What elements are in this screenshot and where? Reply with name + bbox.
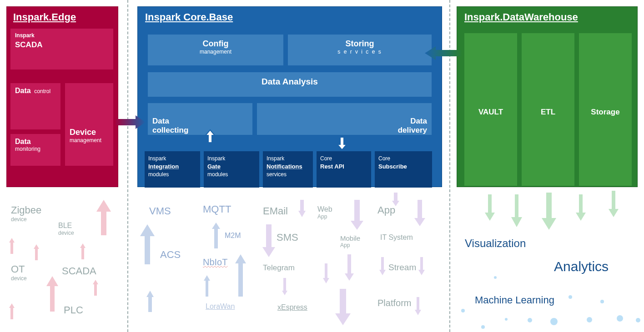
- core-analysis: Data Analysis: [262, 77, 318, 86]
- arrow-down-green3-icon: [541, 193, 557, 230]
- svg-marker-2: [115, 115, 146, 129]
- svg-marker-19: [351, 200, 363, 230]
- core-storing-sub: s e r v i c e s: [292, 49, 427, 55]
- module-notifications-sub: services: [267, 171, 287, 178]
- svg-marker-0: [206, 130, 215, 143]
- arrow-down-purple5-icon: [345, 254, 354, 281]
- webapp-sub: App: [317, 213, 332, 220]
- edge-device: Device: [70, 128, 96, 137]
- svg-marker-5: [46, 276, 58, 312]
- core-collect: Data collecting: [152, 117, 188, 134]
- module-gate-name: Gate: [207, 163, 221, 170]
- core-collect-box: Data collecting: [147, 103, 253, 135]
- svg-marker-3: [425, 46, 462, 60]
- svg-marker-12: [146, 291, 154, 312]
- edge-device-box: Device management: [65, 83, 114, 166]
- arrow-down-purple2-icon: [262, 224, 276, 257]
- svg-marker-14: [235, 254, 246, 297]
- arrow-down-purple6-icon: [323, 263, 329, 283]
- label-acs: ACS: [160, 249, 181, 261]
- edge-data-monitoring-box: Data monitoring: [10, 134, 61, 166]
- edge-scada-top: Inspark: [15, 32, 109, 39]
- ot-sub: device: [11, 275, 27, 282]
- core-storing: Storing: [292, 39, 427, 49]
- svg-marker-10: [9, 303, 15, 319]
- core-storing-box: Storing s e r v i c e s: [287, 34, 432, 66]
- arrow-up-blue5-icon: [204, 275, 210, 297]
- dw-vault: VAULT: [478, 108, 503, 116]
- ble-sub: device: [58, 230, 74, 236]
- module-integration-pre: Inspark: [148, 155, 166, 162]
- core-config: Config: [152, 39, 279, 49]
- arrow-up-blue3-icon: [212, 223, 220, 249]
- arrow-down-purple9-icon: [414, 200, 426, 226]
- arrow-down-purple4-icon: [350, 200, 364, 230]
- svg-marker-18: [282, 278, 287, 295]
- core-deliver-box: Data delivery: [257, 103, 432, 135]
- label-mobileapp: Mobile App: [340, 234, 360, 248]
- module-notifications: Inspark Notifications services: [263, 151, 313, 188]
- svg-marker-20: [345, 254, 354, 281]
- label-lorawan: LoraWan: [206, 302, 235, 311]
- core-analysis-box: Data Analysis: [147, 72, 432, 97]
- label-plc: PLC: [64, 304, 83, 316]
- webapp: Web: [317, 205, 332, 213]
- bubble-icon: [461, 309, 465, 312]
- ot: OT: [11, 263, 25, 275]
- bubble-icon: [636, 318, 640, 322]
- svg-marker-1: [337, 137, 347, 150]
- module-integration-name: Integration: [148, 163, 179, 170]
- label-itsystem: IT System: [380, 233, 413, 242]
- edge-device-sub: management: [70, 137, 109, 144]
- svg-marker-9: [93, 280, 98, 296]
- arrow-up-red4-icon: [34, 244, 39, 261]
- edge-title: Inspark.Edge: [13, 11, 114, 23]
- label-platform: Platform: [377, 298, 411, 308]
- svg-marker-30: [542, 193, 556, 230]
- arrow-down-green-icon: [485, 194, 495, 221]
- svg-marker-32: [609, 191, 619, 217]
- arrow-up-blue2-icon: [146, 291, 154, 312]
- arrow-down-icon: [336, 136, 348, 150]
- arrow-up-red7-icon: [9, 303, 15, 320]
- mobile-sub: App: [340, 242, 360, 248]
- arrow-down-purple3-icon: [282, 278, 287, 295]
- label-webapp: Web App: [317, 205, 332, 220]
- core-config-box: Config management: [147, 34, 284, 66]
- core-title: Inspark Core.Base: [145, 11, 437, 23]
- edge-data-mon-sub: monitoring: [15, 146, 56, 152]
- edge-data-control-sub: control: [34, 88, 50, 94]
- svg-marker-25: [379, 257, 386, 275]
- bubble-icon: [617, 315, 623, 322]
- edge-scada-label: SCADA: [15, 40, 42, 49]
- arrow-down-purple7-icon: [335, 289, 351, 325]
- svg-marker-6: [9, 238, 15, 254]
- arrow-up-red2-icon: [45, 276, 59, 312]
- arrow-down-purple12-icon: [415, 297, 421, 315]
- arrow-down-green2-icon: [511, 194, 522, 227]
- arrow-up-red6-icon: [93, 280, 98, 296]
- label-ml: Machine Learning: [475, 294, 554, 306]
- module-restapi: Core Rest API: [317, 151, 371, 188]
- module-restapi-pre: Core: [320, 155, 332, 162]
- arrow-down-purple10-icon: [379, 257, 386, 275]
- svg-marker-7: [34, 244, 39, 260]
- label-xespress: xEspress: [277, 303, 307, 312]
- svg-marker-16: [298, 200, 306, 217]
- bubble-icon: [587, 317, 592, 322]
- svg-marker-23: [392, 193, 399, 206]
- dw-etl: ETL: [541, 108, 555, 116]
- mobile: Mobile: [340, 234, 360, 242]
- svg-marker-13: [212, 223, 220, 248]
- dw-vault-box: VAULT: [464, 33, 518, 186]
- arrow-down-purple-icon: [298, 200, 306, 217]
- bracket-collect: [148, 138, 257, 153]
- label-stream: Stream: [388, 263, 416, 273]
- dw-title: Inspark.DataWarehouse: [464, 11, 633, 23]
- arrow-up-red-icon: [96, 200, 112, 236]
- svg-marker-15: [204, 275, 210, 297]
- zigbee-sub: device: [11, 216, 41, 223]
- bubble-icon: [494, 276, 497, 279]
- svg-marker-8: [80, 243, 86, 259]
- arrow-up-red3-icon: [9, 238, 15, 254]
